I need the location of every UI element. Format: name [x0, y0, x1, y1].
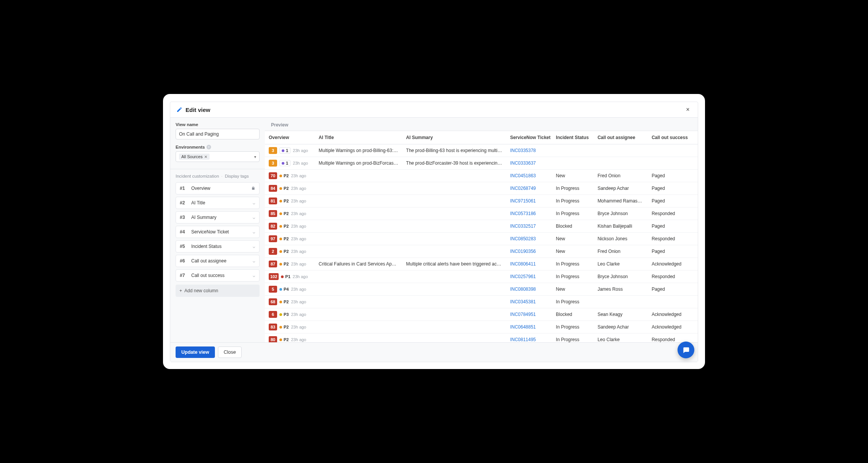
success-cell: Acknowledged	[648, 258, 698, 270]
add-column-button[interactable]: + Add new column	[176, 285, 260, 297]
table-row[interactable]: 84P223h agoINC0268749In ProgressSandeep …	[265, 182, 698, 195]
column-item[interactable]: #7Call out success⌵	[176, 269, 260, 282]
column-header[interactable]: AI Title	[315, 131, 402, 144]
ai-title-cell	[315, 308, 402, 321]
table-row[interactable]: 102P123h agoINC0257961In ProgressBryce J…	[265, 270, 698, 283]
ticket-link[interactable]: INC0811495	[510, 337, 536, 342]
ticket-link[interactable]: INC0345381	[510, 299, 536, 304]
ticket-link[interactable]: INC0850283	[510, 236, 536, 241]
ticket-link[interactable]: INC0806411	[510, 261, 536, 267]
ticket-link[interactable]: INC0808398	[510, 287, 536, 292]
ticket-link[interactable]: INC0268749	[510, 186, 536, 191]
view-name-input[interactable]	[176, 129, 260, 139]
column-item[interactable]: #4ServiceNow Ticket⌵	[176, 226, 260, 238]
ticket-cell: INC0850283	[506, 233, 552, 245]
column-index: #4	[180, 229, 187, 235]
column-header[interactable]: Overview	[265, 131, 315, 144]
success-cell: Paged	[648, 170, 698, 182]
ai-title-cell	[315, 245, 402, 258]
overview-cell: 97P223h ago	[265, 233, 315, 245]
ticket-link[interactable]: INC0573186	[510, 211, 536, 216]
assignee-cell: Leo Clarke	[594, 333, 648, 343]
table-header-row: OverviewAI TitleAI SummaryServiceNow Tic…	[265, 131, 698, 144]
assignee-cell: Sandeep Achar	[594, 321, 648, 333]
environments-chip: All Sources ✕	[179, 154, 210, 160]
preview-table-scroll[interactable]: OverviewAI TitleAI SummaryServiceNow Tic…	[265, 131, 698, 342]
environments-label: Environments ?	[176, 145, 260, 149]
priority-indicator: P2	[279, 224, 289, 228]
table-row[interactable]: 87P223h agoCritical Failures in Card Ser…	[265, 258, 698, 270]
ai-summary-cell	[402, 220, 507, 233]
priority-label: P2	[284, 236, 289, 241]
ai-summary-cell	[402, 296, 507, 308]
ticket-link[interactable]: INC0648851	[510, 324, 536, 330]
chat-fab[interactable]	[678, 342, 694, 358]
priority-indicator: P2	[279, 325, 289, 329]
ticket-cell: INC0268749	[506, 182, 552, 195]
success-cell: Paged	[648, 283, 698, 296]
help-icon[interactable]: ?	[207, 145, 211, 149]
ticket-link[interactable]: INC0333637	[510, 160, 536, 166]
table-row[interactable]: 5P423h agoINC0808398NewJames RossPaged	[265, 283, 698, 296]
table-row[interactable]: 80P223h agoINC0811495In ProgressLeo Clar…	[265, 333, 698, 343]
column-header[interactable]: Call out assignee	[594, 131, 648, 144]
table-row[interactable]: 3123h agoMultiple Warnings on prod-Billi…	[265, 144, 698, 157]
priority-dot-icon	[282, 162, 284, 165]
table-row[interactable]: 70P223h agoINC0451863NewFred OnionPaged	[265, 170, 698, 182]
ai-title-cell	[315, 170, 402, 182]
ticket-link[interactable]: INC0335378	[510, 148, 536, 153]
overview-cell: 80P223h ago	[265, 333, 315, 343]
column-name: Overview	[191, 186, 247, 191]
age-text: 23h ago	[291, 337, 306, 342]
status-cell: Blocked	[552, 308, 594, 321]
chip-remove-icon[interactable]: ✕	[204, 155, 207, 159]
assignee-cell: Kishan Balijepalli	[594, 220, 648, 233]
ticket-link[interactable]: INC9715061	[510, 198, 536, 204]
preview-label: Preview	[265, 122, 698, 131]
column-item[interactable]: #5Incident Status⌵	[176, 240, 260, 253]
chevron-down-icon: ⌵	[253, 201, 255, 206]
divider	[170, 169, 265, 169]
column-item[interactable]: #1Overview	[176, 182, 260, 194]
column-header[interactable]: AI Summary	[402, 131, 507, 144]
ai-title-cell	[315, 195, 402, 207]
table-row[interactable]: 85P223h agoINC0573186In ProgressBryce Jo…	[265, 207, 698, 220]
count-badge: 83	[269, 324, 277, 330]
priority-dot-icon	[279, 175, 282, 177]
priority-dot-icon	[282, 149, 284, 152]
table-row[interactable]: 68P223h agoINC0345381In Progress	[265, 296, 698, 308]
count-badge: 84	[269, 185, 277, 192]
ai-title-cell	[315, 220, 402, 233]
close-button[interactable]: ×	[684, 106, 692, 113]
table-row[interactable]: 82P223h agoINC0332517BlockedKishan Balij…	[265, 220, 698, 233]
ticket-cell: INC0648851	[506, 321, 552, 333]
column-item[interactable]: #3AI Summary⌵	[176, 211, 260, 223]
close-footer-button[interactable]: Close	[218, 346, 242, 358]
column-item[interactable]: #2AI Title⌵	[176, 197, 260, 209]
age-text: 23h ago	[291, 249, 306, 254]
separator-dot: ·	[221, 174, 223, 178]
status-cell	[552, 157, 594, 170]
add-column-label: Add new column	[184, 288, 218, 293]
column-header[interactable]: Incident Status	[552, 131, 594, 144]
priority-label: P2	[284, 224, 289, 228]
update-view-button[interactable]: Update view	[176, 346, 215, 358]
column-header[interactable]: ServiceNow Ticket	[506, 131, 552, 144]
table-row[interactable]: 6P323h agoINC0784951BlockedSean KeagyAck…	[265, 308, 698, 321]
overview-cell: 3123h ago	[265, 157, 315, 170]
table-row[interactable]: 97P223h agoINC0850283NewNickson JonesRes…	[265, 233, 698, 245]
column-item[interactable]: #6Call out assignee⌵	[176, 255, 260, 267]
table-row[interactable]: 2P223h agoINC0190356NewFred OnionPaged	[265, 245, 698, 258]
table-row[interactable]: 3123h agoMultiple Warnings on prod-BizFo…	[265, 157, 698, 170]
ticket-link[interactable]: INC0190356	[510, 249, 536, 254]
column-header[interactable]: Call out success	[648, 131, 698, 144]
ticket-cell: INC0333637	[506, 157, 552, 170]
priority-dot-icon	[279, 200, 282, 202]
ticket-link[interactable]: INC0451863	[510, 173, 536, 178]
environments-select[interactable]: All Sources ✕ ▾	[176, 151, 260, 162]
ticket-link[interactable]: INC0257961	[510, 274, 536, 279]
ticket-link[interactable]: INC0332517	[510, 223, 536, 229]
table-row[interactable]: 81P223h agoINC9715061In ProgressMohammed…	[265, 195, 698, 207]
table-row[interactable]: 83P223h agoINC0648851In ProgressSandeep …	[265, 321, 698, 333]
ticket-link[interactable]: INC0784951	[510, 312, 536, 317]
